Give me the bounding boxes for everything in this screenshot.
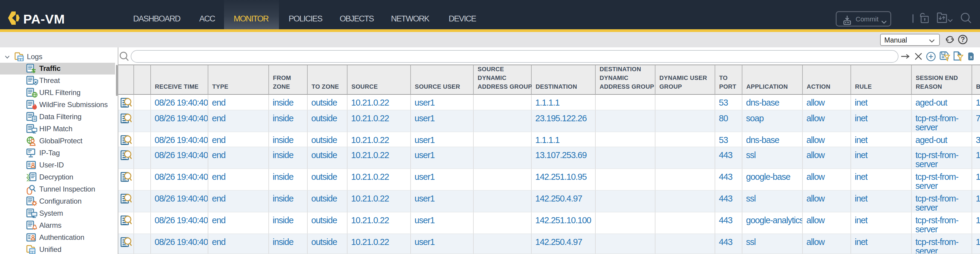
svg-text:x: x [970,55,972,59]
svg-text:?: ? [961,36,965,43]
